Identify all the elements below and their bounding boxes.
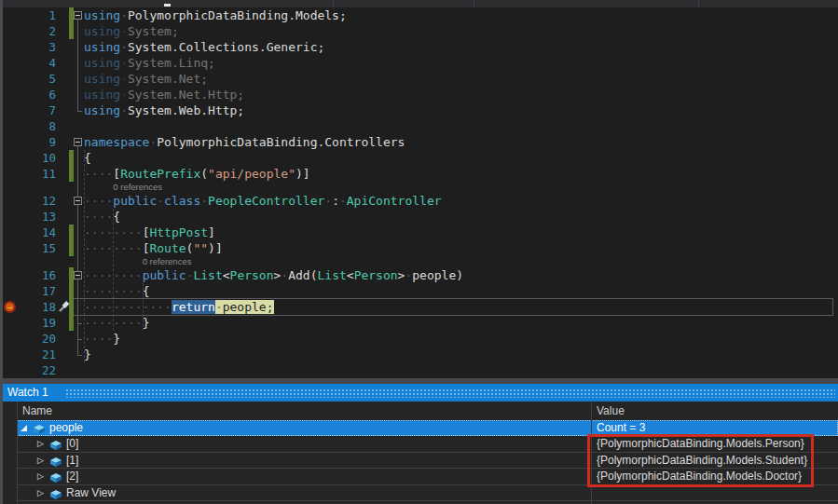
code-line-9[interactable]: 9namespace·PolymorphicDataBinding.Contro… xyxy=(0,134,838,150)
code-text: using·System.Collections.Generic; xyxy=(84,39,324,55)
toolbar-edge xyxy=(0,0,838,7)
code-line-16[interactable]: 16········public·List<Person>·Add(List<P… xyxy=(0,267,838,283)
code-text: using·System; xyxy=(84,23,179,39)
expander-collapsed-icon[interactable]: ▷ xyxy=(37,486,44,500)
expander-collapsed-icon[interactable]: ▷ xyxy=(37,454,44,468)
change-bar xyxy=(69,150,74,182)
codelens-references[interactable]: 0 references xyxy=(143,256,192,267)
edit-pencil-icon xyxy=(57,300,71,314)
fold-collapse-icon[interactable] xyxy=(74,271,82,279)
watch-row-name: [2] xyxy=(66,469,78,484)
line-number[interactable]: 10 xyxy=(17,150,56,166)
line-number[interactable]: 12 xyxy=(17,193,56,209)
code-line-1[interactable]: 1using·PolymorphicDataBinding.Models; xyxy=(0,7,838,23)
code-line-5[interactable]: 5using·System.Net; xyxy=(0,71,838,87)
fold-guide-end xyxy=(77,339,82,340)
line-number[interactable]: 16 xyxy=(17,267,56,283)
code-line-21[interactable]: 21} xyxy=(0,347,838,362)
watch-title-bar[interactable]: Watch 1 xyxy=(0,384,838,402)
code-line-12[interactable]: 12····public·class·PeopleController·:·Ap… xyxy=(0,193,838,209)
code-text: } xyxy=(84,347,91,362)
code-editor[interactable]: 1using·PolymorphicDataBinding.Models;2us… xyxy=(0,7,838,378)
line-number[interactable]: 6 xyxy=(17,87,56,102)
fold-guide-end xyxy=(77,355,82,356)
codelens-references[interactable]: 0 references xyxy=(113,182,162,193)
watch-title: Watch 1 xyxy=(7,384,48,402)
line-number[interactable]: 4 xyxy=(17,55,56,71)
code-line-3[interactable]: 3using·System.Collections.Generic; xyxy=(0,39,838,55)
line-number[interactable]: 2 xyxy=(17,23,56,39)
column-header-value[interactable]: Value xyxy=(597,402,625,420)
code-text: ········public·List<Person>·Add(List<Per… xyxy=(84,267,463,283)
line-number[interactable]: 17 xyxy=(17,283,56,299)
code-line-15[interactable]: 15········[Route("")] xyxy=(0,240,838,256)
column-header-name[interactable]: Name xyxy=(22,402,52,420)
line-number[interactable]: 8 xyxy=(17,118,56,134)
code-line-19[interactable]: 19········} xyxy=(0,315,838,331)
title-grip-dots xyxy=(65,388,835,398)
watch-row-name: [1] xyxy=(66,453,78,469)
code-line-22[interactable]: 22 xyxy=(0,362,838,378)
line-number[interactable]: 13 xyxy=(17,209,56,225)
code-line-7[interactable]: 7using·System.Web.Http; xyxy=(0,102,838,118)
code-line-13[interactable]: 13····{ xyxy=(0,209,838,225)
code-text: ····} xyxy=(84,331,120,347)
expander-collapsed-icon[interactable]: ▷ xyxy=(37,437,44,451)
code-text: using·System.Net.Http; xyxy=(84,87,244,102)
watch-row-name: [0] xyxy=(66,436,78,452)
current-line-border xyxy=(73,298,833,316)
indent-guide xyxy=(84,150,85,362)
code-line-10[interactable]: 10{ xyxy=(0,150,838,166)
code-line-11[interactable]: 11····[RoutePrefix("api/people")] xyxy=(0,166,838,182)
line-number[interactable]: 21 xyxy=(17,347,56,362)
line-number[interactable]: 1 xyxy=(17,7,56,23)
watch-panel: Watch 1 Name Value peopleCount = 3▷[0]{P… xyxy=(0,384,838,504)
line-number[interactable]: 9 xyxy=(17,134,56,150)
code-line-20[interactable]: 20····} xyxy=(0,331,838,347)
tree-left-rail xyxy=(17,402,18,504)
code-text: ········[HttpPost] xyxy=(84,225,215,240)
watch-column-headers: Name Value xyxy=(0,402,838,420)
window-left-edge xyxy=(0,0,3,504)
fold-guide-end xyxy=(77,323,82,324)
line-number[interactable]: 18 xyxy=(17,299,56,315)
line-number[interactable]: 20 xyxy=(17,331,56,347)
code-line-4[interactable]: 4using·System.Linq; xyxy=(0,55,838,71)
code-line-14[interactable]: 14········[HttpPost] xyxy=(0,225,838,240)
line-number[interactable]: 15 xyxy=(17,240,56,256)
watch-row-name: people xyxy=(49,420,83,436)
code-line-2[interactable]: 2using·System; xyxy=(0,23,838,39)
code-line-6[interactable]: 6using·System.Net.Http; xyxy=(0,87,838,102)
line-number[interactable]: 7 xyxy=(17,102,56,118)
line-number[interactable]: 5 xyxy=(17,71,56,87)
visual-studio-window: 1using·PolymorphicDataBinding.Models;2us… xyxy=(0,0,838,504)
watch-row-raw-view[interactable]: ▷Raw View xyxy=(17,485,838,501)
line-number[interactable]: 19 xyxy=(17,315,56,331)
annotation-box xyxy=(587,434,814,487)
line-number[interactable]: 22 xyxy=(17,362,56,378)
code-text: ····[RoutePrefix("api/people")] xyxy=(84,166,310,182)
toolbar-separator xyxy=(698,0,699,7)
line-number[interactable]: 3 xyxy=(17,39,56,55)
expander-collapsed-icon[interactable]: ▷ xyxy=(37,470,44,484)
line-number[interactable]: 11 xyxy=(17,166,56,182)
fold-collapse-icon[interactable] xyxy=(74,138,82,146)
code-text: using·PolymorphicDataBinding.Models; xyxy=(84,7,347,23)
code-line-8[interactable]: 8 xyxy=(0,118,838,134)
toolbar-edge-mark xyxy=(164,4,171,7)
toolbar-separator xyxy=(474,0,474,7)
fold-collapse-icon[interactable] xyxy=(74,11,82,20)
code-line-17[interactable]: 17········{ xyxy=(0,283,838,299)
breakpoint-current-statement-icon[interactable]: → xyxy=(4,301,16,313)
toolbar-separator xyxy=(333,0,334,7)
code-text: ········[Route("")] xyxy=(84,240,223,256)
code-text: using·System.Net; xyxy=(84,71,208,87)
code-text: ········{ xyxy=(84,283,149,299)
code-text: ····{ xyxy=(84,209,120,225)
code-text: using·System.Web.Http; xyxy=(84,102,244,118)
code-text: ····public·class·PeopleController·:·ApiC… xyxy=(84,193,442,209)
fold-collapse-icon[interactable] xyxy=(74,197,82,205)
expander-expanded-icon[interactable] xyxy=(21,425,27,431)
code-text: ········} xyxy=(84,315,149,331)
line-number[interactable]: 14 xyxy=(17,225,56,240)
